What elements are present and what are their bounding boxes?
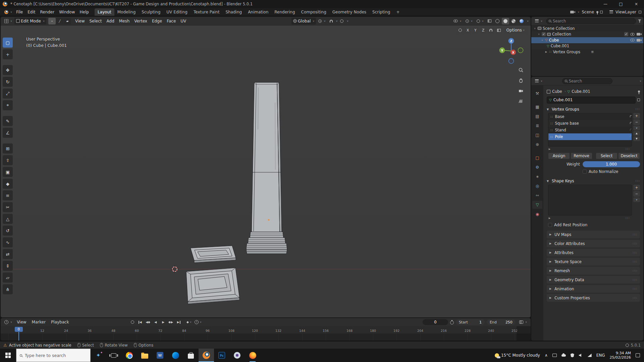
scale-tool[interactable]: ⤢ bbox=[3, 88, 13, 99]
expand-icon[interactable]: ∨ bbox=[541, 39, 544, 42]
workspace-tab-shading[interactable]: Shading bbox=[222, 8, 245, 16]
panel-grip-icon[interactable]: ∷∷ bbox=[636, 108, 640, 111]
mirror-x-toggle[interactable]: X bbox=[465, 27, 471, 34]
deselect-button[interactable]: Deselect bbox=[618, 153, 640, 159]
mirror-y-toggle[interactable]: Y bbox=[473, 27, 479, 34]
properties-search[interactable] bbox=[562, 78, 612, 84]
outliner-row-cube[interactable]: ∨ ▽ Cube bbox=[531, 37, 643, 43]
rotate-tool[interactable]: ↻ bbox=[3, 77, 13, 87]
viewport-menu-vertex[interactable]: Vertex bbox=[132, 17, 149, 25]
overlays-dropdown[interactable]: ∨ bbox=[475, 18, 485, 24]
remove-button[interactable]: Remove bbox=[571, 153, 592, 159]
tray-onedrive-icon[interactable] bbox=[559, 349, 568, 362]
gizmos-dropdown[interactable]: ∨ bbox=[464, 18, 474, 24]
panel-geometry-data[interactable]: ▶Geometry Data∷∷ bbox=[547, 276, 640, 284]
viewport-menu-add[interactable]: Add bbox=[105, 17, 116, 25]
proportional-editing-toggle[interactable] bbox=[338, 18, 345, 24]
jump-to-end-button[interactable]: ▶ bbox=[175, 319, 182, 325]
correct-face-attrs-button[interactable] bbox=[496, 27, 502, 34]
vertex-group-list[interactable]: ∷ Base ∷ Square base ∷ Stand bbox=[548, 113, 632, 146]
vertex-group-row-square-base[interactable]: ∷ Square base bbox=[548, 120, 632, 127]
auto-normalize-checkbox[interactable] bbox=[583, 170, 587, 174]
menu-window[interactable]: Window bbox=[57, 8, 77, 16]
outliner-row-cube-data[interactable]: ▽ Cube.001 bbox=[531, 43, 643, 49]
taskbar-app-blender[interactable] bbox=[199, 349, 214, 362]
workspace-tab-animation[interactable]: Animation bbox=[245, 8, 271, 16]
panel-animation[interactable]: ▶Animation∷∷ bbox=[547, 285, 640, 293]
menu-render[interactable]: Render bbox=[38, 8, 57, 16]
taskbar-app-file-explorer[interactable] bbox=[137, 349, 152, 362]
ortho-toggle-button[interactable] bbox=[517, 98, 525, 105]
workspace-tab-sculpting[interactable]: Sculpting bbox=[139, 8, 163, 16]
taskbar-app-photoshop[interactable]: Ps bbox=[214, 349, 229, 362]
vertex-groups-panel-header[interactable]: ▼ Vertex Groups ∷∷ bbox=[547, 106, 640, 113]
add-rest-position-checkbox[interactable] bbox=[548, 223, 552, 227]
timeline-track[interactable] bbox=[1, 334, 531, 341]
base-plate-mesh[interactable] bbox=[186, 268, 239, 304]
viewport-menu-mesh[interactable]: Mesh bbox=[117, 17, 132, 25]
playhead-badge[interactable]: 0 bbox=[15, 327, 23, 332]
rip-region-tool[interactable]: ⋔ bbox=[3, 284, 13, 294]
blender-menu-button[interactable]: ∨ bbox=[3, 9, 14, 15]
snap-settings-chevron[interactable]: ∨ bbox=[336, 20, 338, 22]
workspace-tab-geometry-nodes[interactable]: Geometry Nodes bbox=[329, 8, 369, 16]
tray-network-icon[interactable] bbox=[585, 349, 594, 362]
shrink-fatten-tool[interactable]: ⇕ bbox=[3, 261, 13, 271]
timeline-editor-type-button[interactable]: ∨ bbox=[3, 319, 14, 325]
copilot-button[interactable]: ✦✦ bbox=[91, 349, 106, 362]
jump-to-start-button[interactable]: ◀ bbox=[137, 319, 144, 325]
taskbar-search[interactable] bbox=[16, 349, 91, 362]
cursor-tool[interactable]: + bbox=[3, 49, 13, 59]
panel-remesh[interactable]: ▶Remesh∷∷ bbox=[547, 267, 640, 275]
shield-icon[interactable] bbox=[637, 99, 640, 101]
mirror-z-toggle[interactable]: Z bbox=[480, 27, 486, 34]
pivot-point-dropdown[interactable]: ∨ bbox=[317, 18, 327, 24]
auto-keying-toggle[interactable] bbox=[129, 319, 136, 325]
current-frame-field[interactable]: 0 bbox=[423, 319, 448, 325]
outliner-search[interactable] bbox=[546, 18, 636, 24]
knife-tool[interactable]: ✂ bbox=[3, 202, 13, 212]
pin-icon[interactable] bbox=[596, 11, 598, 13]
outliner-editor-type-button[interactable]: ∨ bbox=[533, 18, 544, 24]
shading-material-button[interactable] bbox=[510, 18, 517, 24]
taskbar-app-store[interactable] bbox=[183, 349, 199, 362]
transform-orientation-dropdown[interactable]: Global∨ bbox=[291, 18, 316, 24]
viewport-menu-face[interactable]: Face bbox=[165, 17, 178, 25]
exclude-checkbox[interactable]: ✓ bbox=[624, 32, 628, 36]
select-button[interactable]: Select bbox=[596, 153, 618, 159]
measure-tool[interactable]: ∠ bbox=[3, 128, 13, 138]
hidden-icons-button[interactable]: ∧ bbox=[542, 349, 550, 362]
outliner-row-vertex-groups[interactable]: ▶ ∷ Vertex Groups ≣ bbox=[531, 49, 643, 55]
tab-constraints[interactable]: ∾ bbox=[532, 191, 542, 199]
shape-keys-panel-header[interactable]: ▼ Shape Keys ∷∷ bbox=[547, 177, 640, 185]
snap-symmetry-button[interactable] bbox=[488, 27, 494, 34]
expand-icon[interactable]: ∨ bbox=[537, 33, 540, 36]
shear-tool[interactable]: ▱ bbox=[3, 273, 13, 283]
panel-custom-properties[interactable]: ▶Custom Properties∷∷ bbox=[547, 294, 640, 302]
face-select-button[interactable]: ▰ bbox=[64, 18, 71, 24]
filter-icon[interactable] bbox=[638, 19, 641, 23]
mode-dropdown[interactable]: Edit Mode∨ bbox=[14, 18, 46, 24]
workspace-tab-modeling[interactable]: Modeling bbox=[114, 8, 139, 16]
action-center-button[interactable] bbox=[633, 349, 642, 362]
add-cube-tool[interactable]: ⊞ bbox=[3, 143, 13, 154]
tab-world[interactable]: ⊕ bbox=[532, 140, 542, 148]
tab-modifiers[interactable]: ⚙ bbox=[532, 163, 542, 171]
playback-sync-dropdown[interactable]: ∨ bbox=[194, 319, 203, 325]
inset-faces-tool[interactable]: ▣ bbox=[3, 167, 13, 177]
weather-widget[interactable]: 15°C Mostly cloudy bbox=[492, 349, 542, 362]
outliner-row-scene-collection[interactable]: ∨ Scene Collection bbox=[531, 25, 643, 32]
timeline-ruler[interactable]: 0 12 24 36 48 60 72 84 96 108 120 132 14… bbox=[1, 326, 531, 334]
menu-edit[interactable]: Edit bbox=[25, 8, 38, 16]
maximize-button[interactable]: □ bbox=[613, 0, 629, 8]
camera-view-button[interactable] bbox=[517, 87, 525, 95]
expand-icon[interactable]: ▶ bbox=[545, 51, 548, 53]
panel-uv-maps[interactable]: ▶UV Maps∷∷ bbox=[547, 231, 640, 238]
group-specials-button[interactable]: ∨ bbox=[633, 126, 640, 130]
tab-object[interactable]: □ bbox=[532, 154, 542, 162]
panel-texture-space[interactable]: ▶Texture Space∷∷ bbox=[547, 258, 640, 265]
add-group-button[interactable]: + bbox=[633, 113, 640, 119]
snap-toggle[interactable] bbox=[328, 18, 334, 24]
close-button[interactable]: × bbox=[629, 0, 644, 8]
vertex-select-button[interactable]: ∙ bbox=[48, 18, 56, 24]
